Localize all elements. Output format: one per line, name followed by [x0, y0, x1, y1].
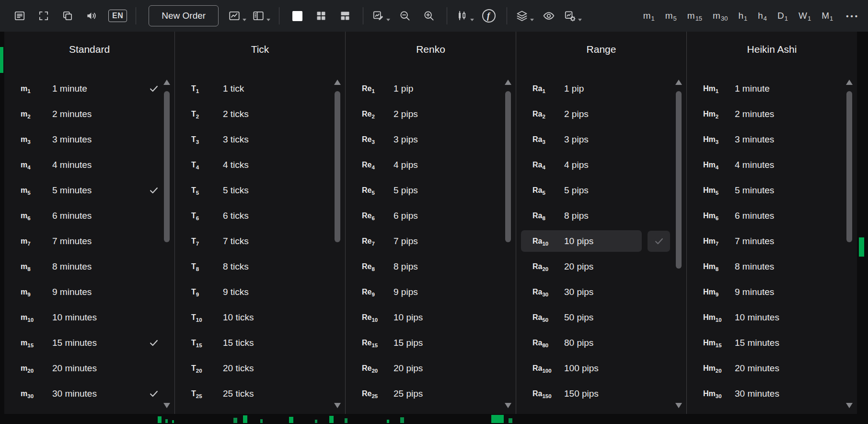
timeframe-item-re15[interactable]: Re1515 pips: [362, 330, 501, 355]
scroll-up-arrow[interactable]: [334, 80, 341, 85]
timeframe-item-hm6[interactable]: Hm66 minutes: [703, 203, 843, 228]
timeframe-item-re4[interactable]: Re44 pips: [362, 152, 501, 177]
timeframe-item-hm15[interactable]: Hm1515 minutes: [703, 330, 843, 355]
timeframe-item-t25[interactable]: T2525 ticks: [191, 381, 331, 406]
timeframe-item-re3[interactable]: Re33 pips: [362, 127, 501, 152]
timeframe-item-t3[interactable]: T33 ticks: [191, 127, 331, 152]
timeframe-item-t5[interactable]: T55 ticks: [191, 177, 331, 203]
chart-settings-icon[interactable]: [562, 4, 584, 28]
timeframe-item-ra100[interactable]: Ra100100 pips: [532, 355, 672, 381]
layers-icon[interactable]: [514, 4, 536, 28]
timeframe-item-t1[interactable]: T11 tick: [191, 76, 331, 101]
timeframe-item-m1[interactable]: m11 minute: [21, 76, 160, 101]
scrollbar[interactable]: [675, 80, 682, 408]
scroll-down-arrow[interactable]: [505, 403, 511, 408]
timeframe-item-t6[interactable]: T66 ticks: [191, 203, 331, 228]
timeframe-item-t20[interactable]: T2020 ticks: [191, 355, 331, 381]
scroll-up-arrow[interactable]: [163, 80, 170, 85]
quick-timeframe-m5[interactable]: m5: [660, 7, 682, 25]
timeframe-item-ra80[interactable]: Ra8080 pips: [532, 330, 672, 355]
timeframe-item-hm8[interactable]: Hm88 minutes: [703, 254, 843, 279]
timeframe-item-m5[interactable]: m55 minutes: [21, 177, 160, 203]
timeframe-item-hm4[interactable]: Hm44 minutes: [703, 152, 843, 177]
timeframe-item-ra2[interactable]: Ra22 pips: [532, 101, 672, 127]
quick-timeframe-W1[interactable]: W1: [793, 7, 816, 25]
timeframe-item-ra10[interactable]: Ra1010 pips: [532, 228, 672, 254]
scrollbar[interactable]: [505, 80, 511, 408]
timeframe-item-t4[interactable]: T44 ticks: [191, 152, 331, 177]
more-button[interactable]: •••: [838, 7, 861, 25]
timeframe-item-re7[interactable]: Re77 pips: [362, 228, 501, 254]
sound-icon[interactable]: [81, 4, 103, 28]
timeframe-item-t8[interactable]: T88 ticks: [191, 254, 331, 279]
timeframe-item-t2[interactable]: T22 ticks: [191, 101, 331, 127]
timeframe-item-hm20[interactable]: Hm2020 minutes: [703, 355, 843, 381]
timeframe-item-m15[interactable]: m1515 minutes: [21, 330, 160, 355]
timeframe-item-ra5[interactable]: Ra55 pips: [532, 177, 672, 203]
scroll-down-arrow[interactable]: [163, 403, 170, 408]
timeframe-item-m10[interactable]: m1010 minutes: [21, 305, 160, 330]
timeframe-item-ra1[interactable]: Ra11 pip: [532, 76, 672, 101]
scrollbar-thumb[interactable]: [505, 91, 511, 242]
scrollbar-thumb[interactable]: [676, 91, 682, 269]
timeframe-item-m8[interactable]: m88 minutes: [21, 254, 160, 279]
timeframe-item-ra4[interactable]: Ra44 pips: [532, 152, 672, 177]
timeframe-item-m20[interactable]: m2020 minutes: [21, 355, 160, 381]
scrollbar[interactable]: [163, 80, 170, 408]
quick-timeframe-m30[interactable]: m30: [707, 7, 733, 25]
timeframe-item-m3[interactable]: m33 minutes: [21, 127, 160, 152]
timeframe-item-re10[interactable]: Re1010 pips: [362, 305, 501, 330]
fx-symbol-icon[interactable]: f: [478, 4, 500, 28]
timeframe-item-m30[interactable]: m3030 minutes: [21, 381, 160, 406]
timeframe-item-ra50[interactable]: Ra5050 pips: [532, 305, 672, 330]
timeframe-item-re8[interactable]: Re88 pips: [362, 254, 501, 279]
timeframe-item-m2[interactable]: m22 minutes: [21, 101, 160, 127]
chart-edit-icon[interactable]: [370, 4, 392, 28]
timeframe-item-ra30[interactable]: Ra3030 pips: [532, 279, 672, 305]
chart-display-icon[interactable]: [226, 4, 248, 28]
quick-timeframe-h1[interactable]: h1: [733, 7, 752, 25]
timeframe-item-m6[interactable]: m66 minutes: [21, 203, 160, 228]
timeframe-item-hm1[interactable]: Hm11 minute: [703, 76, 843, 101]
scroll-down-arrow[interactable]: [846, 403, 853, 408]
grid-layout-icon[interactable]: [310, 4, 332, 28]
zoom-in-icon[interactable]: [418, 4, 440, 28]
scroll-up-arrow[interactable]: [505, 80, 511, 85]
timeframe-item-re25[interactable]: Re2525 pips: [362, 381, 501, 406]
timeframe-item-t15[interactable]: T1515 ticks: [191, 330, 331, 355]
timeframe-item-t9[interactable]: T99 ticks: [191, 279, 331, 305]
timeframe-item-hm30[interactable]: Hm3030 minutes: [703, 381, 843, 406]
timeframe-item-re5[interactable]: Re55 pips: [362, 177, 501, 203]
timeframe-item-ra20[interactable]: Ra2020 pips: [532, 254, 672, 279]
chart-type-candles-icon[interactable]: [454, 4, 476, 28]
active-symbol-panel-icon[interactable]: [9, 4, 31, 28]
timeframe-item-ra150[interactable]: Ra150150 pips: [532, 381, 672, 406]
timeframe-item-m7[interactable]: m77 minutes: [21, 228, 160, 254]
quick-timeframe-D1[interactable]: D1: [772, 7, 793, 25]
language-button[interactable]: EN: [108, 10, 127, 22]
timeframe-item-hm10[interactable]: Hm1010 minutes: [703, 305, 843, 330]
timeframe-item-hm5[interactable]: Hm55 minutes: [703, 177, 843, 203]
timeframe-item-re9[interactable]: Re99 pips: [362, 279, 501, 305]
scrollbar[interactable]: [846, 80, 853, 408]
quick-timeframe-M1[interactable]: M1: [816, 7, 838, 25]
zoom-out-icon[interactable]: [394, 4, 416, 28]
timeframe-item-t7[interactable]: T77 ticks: [191, 228, 331, 254]
scrollbar-thumb[interactable]: [846, 91, 852, 242]
scroll-up-arrow[interactable]: [846, 80, 853, 85]
timeframe-item-ra8[interactable]: Ra88 pips: [532, 203, 672, 228]
timeframe-item-t10[interactable]: T1010 ticks: [191, 305, 331, 330]
scrollbar-thumb[interactable]: [164, 91, 170, 242]
single-chart-layout-icon[interactable]: [286, 4, 308, 28]
fullscreen-icon[interactable]: [33, 4, 55, 28]
timeframe-item-hm2[interactable]: Hm22 minutes: [703, 101, 843, 127]
scrollbar-thumb[interactable]: [335, 91, 340, 242]
timeframe-item-hm9[interactable]: Hm99 minutes: [703, 279, 843, 305]
quick-timeframe-m1[interactable]: m1: [638, 7, 660, 25]
scroll-down-arrow[interactable]: [675, 403, 682, 408]
quick-timeframe-h4[interactable]: h4: [752, 7, 772, 25]
scroll-down-arrow[interactable]: [334, 403, 341, 408]
eye-icon[interactable]: [538, 4, 560, 28]
timeframe-item-re6[interactable]: Re66 pips: [362, 203, 501, 228]
new-order-button[interactable]: New Order: [149, 5, 219, 26]
